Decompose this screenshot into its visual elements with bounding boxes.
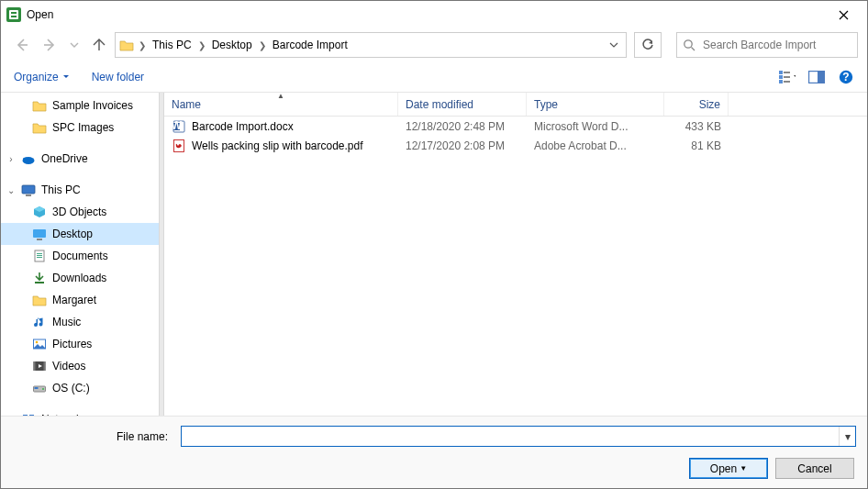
tree-item[interactable]: Margaret [1, 289, 159, 311]
nav-arrows [14, 37, 107, 53]
objects3d-icon [32, 205, 47, 219]
tree-item-label: OS (C:) [52, 382, 90, 395]
tree-item[interactable]: Videos [1, 355, 159, 377]
tree-item[interactable]: SPC Images [1, 117, 159, 139]
tree-item[interactable]: Desktop [1, 223, 159, 245]
file-type: Adobe Acrobat D... [527, 139, 664, 152]
column-type[interactable]: Type [527, 93, 664, 116]
column-date[interactable]: Date modified [398, 93, 527, 116]
svg-point-33 [42, 388, 44, 390]
svg-rect-32 [35, 387, 39, 389]
svg-rect-18 [26, 194, 31, 196]
search-icon [683, 39, 696, 51]
address-bar[interactable]: ❯ This PC ❯ Desktop ❯ Barcode Import [115, 32, 627, 58]
tree-item[interactable]: Music [1, 311, 159, 333]
chevron-right-icon[interactable]: › [6, 415, 16, 417]
arrow-right-icon [42, 38, 57, 52]
file-list[interactable]: WBarcode Import.docx12/18/2020 2:48 PMMi… [164, 117, 867, 416]
file-row[interactable]: WBarcode Import.docx12/18/2020 2:48 PMMi… [164, 117, 867, 136]
column-headers: Name ▲ Date modified Type Size [164, 93, 867, 117]
search-box[interactable] [676, 32, 858, 58]
svg-rect-10 [784, 81, 790, 83]
svg-rect-7 [779, 80, 783, 83]
arrow-up-icon [92, 38, 106, 52]
chevron-right-icon: ❯ [258, 40, 267, 50]
videos-icon [32, 359, 47, 373]
svg-rect-24 [37, 257, 42, 258]
svg-rect-34 [23, 415, 28, 416]
navigation-tree[interactable]: Sample InvoicesSPC Images›OneDrive⌄This … [1, 93, 159, 416]
body-area: Sample InvoicesSPC Images›OneDrive⌄This … [1, 93, 867, 416]
close-icon [839, 10, 849, 20]
tree-item[interactable]: Pictures [1, 333, 159, 355]
svg-rect-8 [784, 72, 790, 73]
downloads-icon [32, 271, 47, 285]
tree-item-label: Sample Invoices [52, 99, 133, 112]
music-icon [32, 315, 47, 329]
svg-rect-5 [779, 71, 783, 74]
chevron-down-icon: ▾ [845, 430, 851, 443]
folder-icon [32, 98, 47, 113]
open-button[interactable]: Open ▼ [689, 458, 768, 479]
svg-text:?: ? [842, 71, 849, 83]
tree-item[interactable]: 3D Objects [1, 201, 159, 223]
tree-item[interactable]: Documents [1, 245, 159, 267]
svg-rect-35 [29, 415, 34, 416]
window-title: Open [27, 8, 825, 21]
svg-point-16 [23, 158, 28, 162]
tree-item[interactable]: Downloads [1, 267, 159, 289]
organize-button[interactable]: Organize [14, 71, 70, 83]
documents-icon [32, 249, 47, 263]
tree-item[interactable]: ›Network [1, 408, 159, 416]
preview-pane-icon [808, 71, 825, 83]
tree-item[interactable]: ›OneDrive [1, 148, 159, 170]
new-folder-button[interactable]: New folder [92, 71, 144, 83]
folder-icon [32, 293, 47, 307]
forward-button[interactable] [41, 37, 58, 53]
preview-pane-button[interactable] [808, 69, 825, 85]
file-size: 81 KB [664, 139, 729, 152]
chevron-right-icon[interactable]: › [6, 154, 16, 164]
svg-text:W: W [172, 119, 183, 132]
file-date: 12/18/2020 2:48 PM [398, 120, 527, 133]
tree-item[interactable]: ⌄This PC [1, 179, 159, 201]
svg-rect-3 [11, 16, 17, 17]
file-name: Wells packing slip with barcode.pdf [192, 139, 363, 152]
chevron-right-icon: ❯ [138, 40, 147, 50]
filename-dropdown[interactable]: ▾ [839, 427, 855, 446]
toolbar: Organize New folder ? [1, 61, 867, 93]
recent-locations-button[interactable] [69, 37, 80, 53]
cancel-button[interactable]: Cancel [775, 458, 854, 479]
help-button[interactable]: ? [838, 69, 854, 85]
filename-input[interactable] [182, 427, 839, 446]
filename-combo[interactable]: ▾ [181, 426, 856, 447]
view-options-button[interactable] [779, 69, 796, 85]
column-name[interactable]: Name ▲ [164, 93, 398, 116]
address-dropdown[interactable] [606, 37, 622, 53]
drive-icon [32, 381, 47, 395]
breadcrumb-item[interactable]: This PC [150, 39, 194, 51]
chevron-down-icon[interactable]: ⌄ [6, 185, 16, 195]
tree-item[interactable]: Sample Invoices [1, 94, 159, 117]
thispc-icon [21, 183, 36, 197]
svg-rect-22 [37, 253, 42, 254]
chevron-right-icon: ❯ [197, 40, 206, 50]
pdf-icon [172, 139, 186, 153]
refresh-button[interactable] [634, 32, 662, 58]
arrow-left-icon [15, 38, 29, 52]
desktop-icon [32, 227, 47, 241]
up-button[interactable] [91, 37, 107, 53]
network-icon [21, 412, 36, 416]
svg-rect-23 [37, 255, 42, 256]
tree-item[interactable]: OS (C:) [1, 377, 159, 399]
search-input[interactable] [703, 39, 851, 51]
breadcrumb-item[interactable]: Desktop [210, 39, 254, 51]
tree-item-label: SPC Images [52, 121, 114, 134]
title-bar: Open [1, 1, 867, 28]
back-button[interactable] [14, 37, 30, 53]
close-button[interactable] [825, 2, 862, 28]
tree-item-label: 3D Objects [52, 206, 106, 218]
column-size[interactable]: Size [664, 93, 729, 116]
file-row[interactable]: Wells packing slip with barcode.pdf12/17… [164, 136, 867, 155]
breadcrumb-item[interactable]: Barcode Import [271, 39, 350, 51]
